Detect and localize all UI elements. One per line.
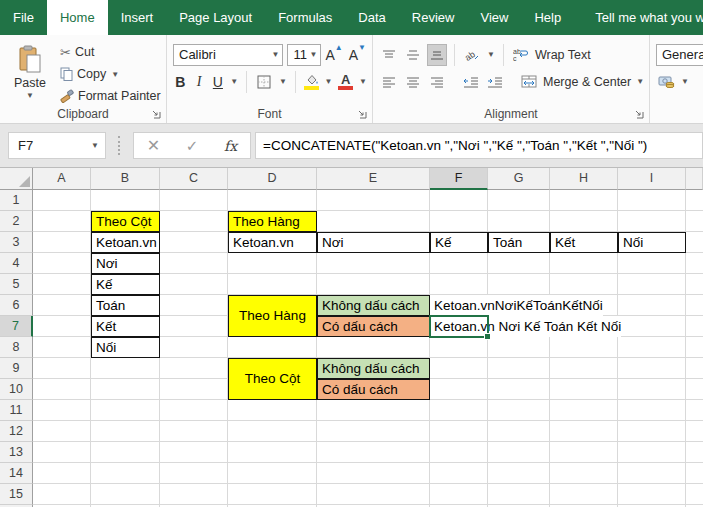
row-header-10[interactable]: 10 — [0, 379, 33, 400]
column-header-G[interactable]: G — [488, 168, 550, 190]
accounting-format-button[interactable] — [656, 71, 676, 93]
cell-H3[interactable]: Kết — [550, 232, 618, 253]
cell-F3[interactable]: Kế — [430, 232, 488, 253]
row-header-7[interactable]: 7 — [0, 316, 33, 337]
row-header-12[interactable]: 12 — [0, 421, 33, 442]
middle-align-button[interactable] — [403, 44, 423, 66]
cancel-icon[interactable]: ✕ — [147, 136, 160, 155]
row-header-13[interactable]: 13 — [0, 442, 33, 463]
top-align-button[interactable] — [379, 44, 399, 66]
cell-B8[interactable]: Nối — [91, 337, 160, 358]
cell-E3[interactable]: Nơi — [317, 232, 430, 253]
underline-dropdown-arrow[interactable]: ▼ — [229, 77, 239, 86]
merge-center-dropdown-arrow[interactable]: ▼ — [635, 77, 645, 86]
cell-E10[interactable]: Có dấu cách — [317, 379, 430, 400]
italic-button[interactable]: I — [192, 74, 207, 90]
tab-review[interactable]: Review — [399, 0, 468, 35]
formula-input[interactable]: =CONCATENATE("Ketoan.vn ","Nơi ","Kế ","… — [255, 132, 703, 159]
cell-E9[interactable]: Không dấu cách — [317, 358, 430, 379]
decrease-indent-button[interactable] — [461, 71, 481, 93]
increase-font-size-button[interactable]: A▲ — [325, 47, 344, 63]
tab-view[interactable]: View — [467, 0, 521, 35]
enter-icon[interactable]: ✓ — [186, 137, 199, 155]
bold-button[interactable]: B — [173, 74, 188, 90]
column-header-D[interactable]: D — [228, 168, 317, 190]
cell-E6[interactable]: Không dấu cách — [317, 295, 430, 316]
fill-handle[interactable] — [484, 333, 491, 340]
row-header-5[interactable]: 5 — [0, 274, 33, 295]
number-format-combobox[interactable]: General ▼ — [656, 44, 703, 66]
merge-center-button[interactable] — [519, 71, 539, 93]
row-header-6[interactable]: 6 — [0, 295, 33, 316]
row-header-2[interactable]: 2 — [0, 211, 33, 232]
accounting-format-dropdown-arrow[interactable]: ▼ — [680, 77, 690, 86]
format-painter-button[interactable]: Format Painter — [60, 85, 161, 107]
copy-button[interactable]: Copy ▼ — [60, 63, 161, 85]
cell-F6[interactable]: Ketoan.vnNơiKếToánKếtNối — [430, 295, 603, 316]
row-header-4[interactable]: 4 — [0, 253, 33, 274]
tab-formulas[interactable]: Formulas — [265, 0, 345, 35]
borders-button[interactable] — [254, 71, 274, 93]
clipboard-dialog-launcher[interactable] — [150, 108, 162, 120]
column-header-H[interactable]: H — [550, 168, 618, 190]
font-dialog-launcher[interactable] — [356, 108, 368, 120]
column-header-A[interactable]: A — [33, 168, 91, 190]
row-header-1[interactable]: 1 — [0, 190, 33, 211]
tell-me-box[interactable]: Tell me what you want to do — [574, 0, 703, 35]
cell-B2[interactable]: Theo Cột — [91, 211, 160, 232]
tab-insert[interactable]: Insert — [108, 0, 167, 35]
increase-indent-button[interactable] — [485, 71, 505, 93]
borders-dropdown-arrow[interactable]: ▼ — [278, 77, 288, 86]
tab-data[interactable]: Data — [345, 0, 398, 35]
tab-page-layout[interactable]: Page Layout — [166, 0, 265, 35]
tab-file[interactable]: File — [0, 0, 47, 35]
cell-D6[interactable]: Theo Hàng — [228, 295, 317, 337]
align-left-button[interactable] — [379, 71, 399, 93]
insert-function-icon[interactable]: fx — [224, 138, 237, 154]
column-header-B[interactable]: B — [91, 168, 160, 190]
cell-B4[interactable]: Nơi — [91, 253, 160, 274]
column-header-E[interactable]: E — [317, 168, 430, 190]
cell-B5[interactable]: Kế — [91, 274, 160, 295]
cell-F7[interactable]: Ketoan.vn Nơi Kế Toán Kết Nối — [430, 316, 621, 337]
font-name-combobox[interactable]: Calibri ▼ — [173, 44, 283, 66]
row-header-11[interactable]: 11 — [0, 400, 33, 421]
row-header-14[interactable]: 14 — [0, 463, 33, 484]
column-header-C[interactable]: C — [160, 168, 228, 190]
name-box[interactable]: F7 ▼ — [8, 132, 106, 159]
cell-B6[interactable]: Toán — [91, 295, 160, 316]
decrease-font-size-button[interactable]: A▼ — [349, 47, 368, 63]
paste-dropdown-arrow[interactable]: ▼ — [25, 91, 35, 100]
row-header-8[interactable]: 8 — [0, 337, 33, 358]
name-box-dropdown-arrow[interactable]: ▼ — [90, 141, 105, 150]
bottom-align-button[interactable] — [427, 44, 447, 66]
column-header-partial[interactable] — [686, 168, 703, 190]
column-header-I[interactable]: I — [618, 168, 686, 190]
tab-home[interactable]: Home — [47, 0, 108, 35]
cell-D9[interactable]: Theo Cột — [228, 358, 317, 400]
wrap-text-button[interactable]: ab c — [511, 44, 531, 66]
underline-button[interactable]: U — [211, 74, 226, 90]
copy-dropdown-arrow[interactable]: ▼ — [110, 70, 120, 79]
cut-button[interactable]: ✂ Cut — [60, 41, 161, 63]
row-header-15[interactable]: 15 — [0, 484, 33, 505]
paste-button[interactable]: Paste ▼ — [6, 41, 54, 105]
font-size-combobox[interactable]: 11 ▼ — [287, 44, 321, 66]
select-all-corner[interactable] — [0, 168, 33, 190]
row-header-9[interactable]: 9 — [0, 358, 33, 379]
cell-B7[interactable]: Kết — [91, 316, 160, 337]
cell-E7[interactable]: Có dấu cách — [317, 316, 430, 337]
align-right-button[interactable] — [427, 71, 447, 93]
merge-center-label[interactable]: Merge & Center — [543, 75, 631, 89]
cell-G3[interactable]: Toán — [488, 232, 550, 253]
fill-color-button[interactable] — [303, 74, 320, 90]
row-header-3[interactable]: 3 — [0, 232, 33, 253]
cell-B3[interactable]: Ketoan.vn — [91, 232, 160, 253]
alignment-dialog-launcher[interactable] — [633, 108, 645, 120]
tab-help[interactable]: Help — [521, 0, 574, 35]
column-header-F[interactable]: F — [430, 168, 488, 190]
align-center-button[interactable] — [403, 71, 423, 93]
font-color-button[interactable]: A — [337, 74, 354, 90]
cell-D2[interactable]: Theo Hàng — [228, 211, 317, 232]
orientation-button[interactable]: ab — [462, 44, 482, 66]
